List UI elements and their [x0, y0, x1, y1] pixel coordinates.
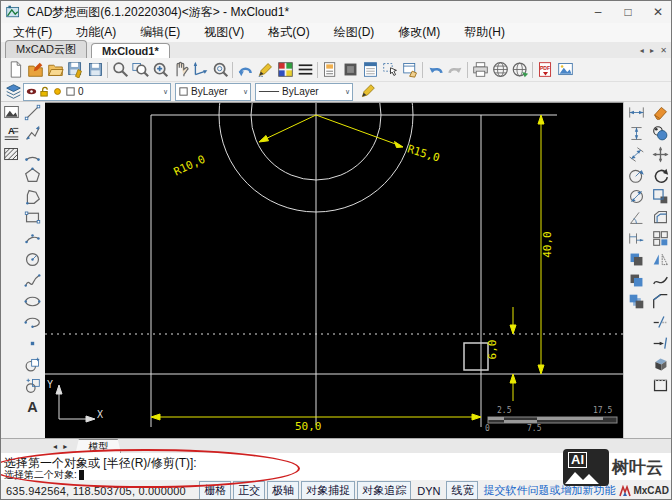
- redo-icon[interactable]: [445, 60, 465, 80]
- trim-icon[interactable]: [650, 312, 670, 333]
- status-toggle-DYN[interactable]: DYN: [413, 484, 444, 498]
- insert-raster-image-icon[interactable]: [555, 60, 575, 80]
- insert-image-tool-icon[interactable]: [1, 102, 21, 123]
- zoom-extents-icon[interactable]: [150, 60, 170, 80]
- color-select[interactable]: ByLayer ∨: [175, 83, 251, 101]
- circle-icon[interactable]: [22, 249, 42, 270]
- drawing-canvas[interactable]: R10,0 R15,0 40,0 6,0 50,0 2.5 17.5 0 7.5…: [45, 102, 623, 439]
- arc-3pt-icon[interactable]: [22, 228, 42, 249]
- open-drawing-icon[interactable]: [25, 60, 45, 80]
- status-toggle-线宽[interactable]: 线宽: [446, 481, 478, 500]
- print-icon[interactable]: [470, 60, 490, 80]
- zoom-previous-icon[interactable]: [235, 60, 255, 80]
- scale-icon[interactable]: [650, 186, 670, 207]
- rotate-icon[interactable]: [650, 165, 670, 186]
- region-icon[interactable]: [650, 375, 670, 396]
- arc-icon[interactable]: [22, 144, 42, 165]
- dim-linear-v-icon[interactable]: [626, 123, 646, 144]
- insert-block-icon[interactable]: [22, 354, 42, 375]
- offset-icon[interactable]: [650, 207, 670, 228]
- array-icon[interactable]: [650, 228, 670, 249]
- layers-copy-2-icon[interactable]: [626, 270, 646, 291]
- text-icon[interactable]: A: [22, 396, 42, 417]
- status-toggle-正交[interactable]: 正交: [233, 481, 265, 500]
- doc-tab-0[interactable]: MxCAD云图: [5, 40, 87, 58]
- point-icon[interactable]: [22, 333, 42, 354]
- mirror-icon[interactable]: [650, 249, 670, 270]
- linetype-select[interactable]: ByLayer ∨: [255, 83, 353, 101]
- ellipse-icon[interactable]: [22, 291, 42, 312]
- new-file-icon[interactable]: [5, 60, 25, 80]
- select-object-icon[interactable]: [380, 60, 400, 80]
- status-toggle-栅格[interactable]: 栅格: [199, 481, 231, 500]
- status-toggle-极轴[interactable]: 极轴: [267, 481, 299, 500]
- menu-item-1[interactable]: 功能(A): [64, 24, 128, 41]
- undo-icon[interactable]: [425, 60, 445, 80]
- maximize-button[interactable]: □: [613, 2, 643, 22]
- erase-icon[interactable]: [650, 102, 670, 123]
- line-icon[interactable]: [22, 102, 42, 123]
- ellipse-arc-icon[interactable]: [22, 312, 42, 333]
- layers-copy-3-icon[interactable]: [626, 291, 646, 312]
- layer-select[interactable]: 0 ∨: [23, 83, 171, 101]
- open-folder-icon[interactable]: [45, 60, 65, 80]
- title-bar: CAD梦想画图(6.1.20220304)<游客> - MxCloud1* – …: [1, 1, 672, 24]
- ucs-axes-icon[interactable]: [190, 60, 210, 80]
- polyline-icon[interactable]: [22, 123, 42, 144]
- copy-icon[interactable]: [650, 123, 670, 144]
- layout-nav-arrows[interactable]: ◂ ▸: [53, 442, 69, 451]
- polygon-irregular-icon[interactable]: [22, 186, 42, 207]
- box-3d-icon[interactable]: [650, 354, 670, 375]
- polygon-icon[interactable]: [22, 165, 42, 186]
- dim-continue-icon[interactable]: [626, 228, 646, 249]
- chamfer-icon[interactable]: [650, 291, 670, 312]
- rectangle-icon[interactable]: [22, 207, 42, 228]
- hatch-icon[interactable]: [1, 144, 21, 165]
- menu-item-5[interactable]: 绘图(D): [322, 24, 387, 41]
- dim-radius-icon[interactable]: [626, 165, 646, 186]
- spline-icon[interactable]: [22, 270, 42, 291]
- zoom-window-icon[interactable]: [130, 60, 150, 80]
- dim-linear-h-icon[interactable]: [626, 102, 646, 123]
- text-style-icon[interactable]: A: [1, 123, 21, 144]
- edit-spline-icon[interactable]: [650, 270, 670, 291]
- extend-icon[interactable]: [650, 333, 670, 354]
- minimize-button[interactable]: –: [583, 2, 613, 22]
- draw-pencil-icon[interactable]: [255, 60, 275, 80]
- watermark-ai-label: AI: [568, 452, 587, 468]
- save-as-icon[interactable]: [85, 60, 105, 80]
- color-palette-icon[interactable]: [275, 60, 295, 80]
- web-publish-icon[interactable]: [490, 60, 510, 80]
- web-open-icon[interactable]: [510, 60, 530, 80]
- zoom-realtime-icon[interactable]: [110, 60, 130, 80]
- save-icon[interactable]: [65, 60, 85, 80]
- layer-manager-icon[interactable]: [400, 60, 420, 80]
- dim-aligned-icon[interactable]: [626, 144, 646, 165]
- menu-item-2[interactable]: 编辑(E): [128, 24, 192, 41]
- multiline-style-icon[interactable]: [295, 60, 315, 80]
- dim-angular-icon[interactable]: [626, 207, 646, 228]
- tab-nav-buttons[interactable]: ◂ ▸ ✕: [640, 46, 669, 55]
- layer-stack-icon[interactable]: [3, 82, 23, 102]
- cad-geometry: [45, 103, 623, 439]
- move-icon[interactable]: [650, 144, 670, 165]
- layers-copy-1-icon[interactable]: [626, 249, 646, 270]
- menu-item-3[interactable]: 视图(V): [192, 24, 256, 41]
- zoom-object-icon[interactable]: [210, 60, 230, 80]
- export-pdf-icon[interactable]: PDF: [535, 60, 555, 80]
- page-layout-icon[interactable]: [320, 60, 340, 80]
- menu-item-6[interactable]: 修改(M): [386, 24, 452, 41]
- menu-item-7[interactable]: 帮助(H): [452, 24, 517, 41]
- make-block-icon[interactable]: [22, 375, 42, 396]
- properties-icon[interactable]: [360, 60, 380, 80]
- menu-item-0[interactable]: 文件(F): [1, 24, 64, 41]
- block-editor-icon[interactable]: [340, 60, 360, 80]
- close-button[interactable]: ✕: [643, 2, 672, 22]
- status-toggle-对象追踪[interactable]: 对象追踪: [357, 481, 411, 500]
- dim-diameter-icon[interactable]: [626, 186, 646, 207]
- linetype-edit-pencil-icon[interactable]: [357, 82, 377, 102]
- menu-item-4[interactable]: 格式(O): [256, 24, 321, 41]
- doc-tab-1[interactable]: MxCloud1*: [91, 43, 170, 58]
- status-toggle-对象捕捉[interactable]: 对象捕捉: [301, 481, 355, 500]
- pan-icon[interactable]: [170, 60, 190, 80]
